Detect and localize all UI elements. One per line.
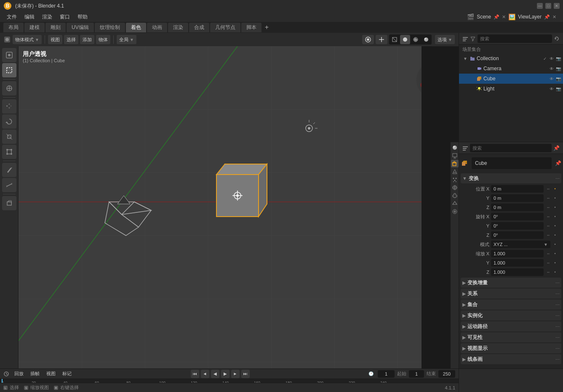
transform-section-header[interactable]: ▼ 变换 ⋯ xyxy=(461,173,561,183)
tab-animation[interactable]: 动画 xyxy=(147,23,167,32)
rot-z-dot[interactable]: • xyxy=(552,232,558,238)
play-btn[interactable]: ▶ xyxy=(221,370,229,378)
jump-end-btn[interactable]: ⏭ xyxy=(241,370,250,378)
jump-start-btn[interactable]: ⏮ xyxy=(191,370,199,378)
scale-y-field[interactable]: 1.000 xyxy=(491,259,544,267)
rot-x-dot[interactable]: • xyxy=(552,214,558,220)
motion-paths-options[interactable]: ⋯ xyxy=(555,324,560,329)
outliner-search-input[interactable] xyxy=(478,34,552,43)
tool-cursor[interactable] xyxy=(2,81,16,95)
timeline-playback-menu[interactable]: 回放 xyxy=(13,369,25,379)
tool-transform[interactable] xyxy=(2,145,16,159)
motion-paths-header[interactable]: ▶ 运动路径 ⋯ xyxy=(461,321,561,331)
delta-section-header[interactable]: ▶ 变换增量 ⋯ xyxy=(461,278,561,288)
timeline-insert-menu[interactable]: 插帧 xyxy=(29,369,41,379)
rot-y-dot[interactable]: • xyxy=(552,223,558,229)
prop-tab-physics[interactable] xyxy=(451,184,459,191)
outliner-item-collection[interactable]: ▼ Collection ✓ 👁 📷 xyxy=(459,53,563,64)
properties-search-input[interactable] xyxy=(470,144,552,152)
delta-options[interactable]: ⋯ xyxy=(555,281,560,285)
prop-tab-render[interactable] xyxy=(451,144,459,151)
timeline-marker-menu[interactable]: 标记 xyxy=(61,369,73,379)
collections-options[interactable]: ⋯ xyxy=(555,302,560,307)
prop-tab-material[interactable] xyxy=(451,208,459,215)
prop-tab-modifier[interactable] xyxy=(451,168,459,175)
mode-selector[interactable]: 物体模式 ▼ xyxy=(13,35,42,44)
collection-restrict-select[interactable]: ✓ xyxy=(542,56,548,61)
tool-add-cube[interactable] xyxy=(2,196,16,210)
pos-x-dot[interactable]: • xyxy=(552,186,558,192)
camera-hide-render[interactable]: 📷 xyxy=(555,66,561,72)
viewport-3d[interactable]: X Y Z ✋ 📷 xyxy=(19,46,422,368)
close-button[interactable]: ✕ xyxy=(554,3,560,9)
relations-section-header[interactable]: ▶ 关系 ⋯ xyxy=(461,289,561,299)
cube-hide-eye[interactable]: 👁 xyxy=(549,76,555,82)
viewlayer-close-icon[interactable]: ✕ xyxy=(552,14,556,20)
scene-close-icon[interactable]: ✕ xyxy=(502,14,506,20)
position-z-field[interactable]: 0 m xyxy=(491,204,544,211)
tool-move[interactable] xyxy=(2,99,16,114)
collection-hide-eye[interactable]: 👁 xyxy=(549,56,555,61)
gizmo-toggle-btn[interactable] xyxy=(376,35,387,44)
tool-measure[interactable] xyxy=(2,178,16,192)
tool-select-box[interactable] xyxy=(2,63,16,77)
prop-object-name-field[interactable]: Cube xyxy=(472,157,552,169)
light-hide-eye[interactable]: 👁 xyxy=(549,86,555,92)
prop-tab-particles[interactable] xyxy=(451,176,459,183)
tool-rotate[interactable] xyxy=(2,114,16,129)
tool-scale[interactable] xyxy=(2,130,16,144)
visibility-options[interactable]: ⋯ xyxy=(555,335,560,340)
mode-dot[interactable]: • xyxy=(552,241,558,247)
pos-z-dot[interactable]: • xyxy=(552,204,558,210)
add-menu[interactable]: 添加 xyxy=(80,35,94,44)
tab-geometry-nodes[interactable]: 几何节点 xyxy=(210,23,240,32)
instancing-section-header[interactable]: ▶ 实例化 ⋯ xyxy=(461,310,561,320)
light-hide-render[interactable]: 📷 xyxy=(555,86,561,92)
minimize-button[interactable]: — xyxy=(537,3,543,9)
tab-scripting[interactable]: 脚本 xyxy=(241,23,261,32)
object-menu[interactable]: 物体 xyxy=(96,35,110,44)
relations-options[interactable]: ⋯ xyxy=(555,291,560,296)
collection-expand-icon[interactable]: ▼ xyxy=(463,56,468,61)
cube-object[interactable] xyxy=(216,164,267,217)
prop-tab-object[interactable] xyxy=(451,160,459,167)
viewlayer-selector[interactable]: ViewLayer xyxy=(518,14,542,20)
rotation-mode-field[interactable]: XYZ ... ▼ xyxy=(491,241,550,248)
scale-z-field[interactable]: 1.000 xyxy=(491,268,544,276)
options-toggle[interactable]: 选项 ▼ xyxy=(435,35,455,44)
material-shading[interactable] xyxy=(411,35,421,44)
tool-annotate[interactable] xyxy=(2,163,16,177)
prop-tab-object-data[interactable] xyxy=(451,200,459,207)
prev-frame-btn[interactable]: ◄ xyxy=(201,370,209,378)
menu-window[interactable]: 窗口 xyxy=(56,13,73,21)
frame-end-input[interactable] xyxy=(438,370,455,378)
workspace-add-button[interactable]: + xyxy=(262,24,271,31)
outliner-item-light[interactable]: Light 👁 📷 xyxy=(459,84,563,94)
global-toggle[interactable]: 全局 ▼ xyxy=(117,35,136,44)
line-art-options[interactable]: ⋯ xyxy=(555,357,560,362)
scale-y-dot[interactable]: • xyxy=(552,260,558,266)
rotation-x-field[interactable]: 0° xyxy=(491,213,544,220)
rotation-y-field[interactable]: 0° xyxy=(491,222,544,230)
solid-shading[interactable] xyxy=(400,35,410,44)
visibility-section-header[interactable]: ▶ 可见性 ⋯ xyxy=(461,332,561,342)
line-art-header[interactable]: ▶ 线条画 ⋯ xyxy=(461,354,561,364)
instancing-options[interactable]: ⋯ xyxy=(555,313,560,318)
play-reverse-btn[interactable]: ◀ xyxy=(211,370,219,378)
menu-file[interactable]: 文件 xyxy=(3,13,20,21)
menu-help[interactable]: 帮助 xyxy=(74,13,91,21)
rotation-z-field[interactable]: 0° xyxy=(491,231,544,239)
viewport-display-header[interactable]: ▶ 视图显示 ⋯ xyxy=(461,343,561,353)
viewport-overlay-btn[interactable] xyxy=(362,35,374,44)
collections-section-header[interactable]: ▶ 集合 ⋯ xyxy=(461,299,561,310)
tab-compositing[interactable]: 合成 xyxy=(189,23,209,32)
menu-edit[interactable]: 编辑 xyxy=(21,13,38,21)
tab-sculpt[interactable]: 雕刻 xyxy=(45,23,66,32)
position-x-field[interactable]: 0 m xyxy=(491,185,544,193)
camera-hide-eye[interactable]: 👁 xyxy=(549,66,555,72)
menu-render[interactable]: 渲染 xyxy=(39,13,56,21)
collection-hide-render[interactable]: 📷 xyxy=(555,56,561,61)
prop-tab-output[interactable] xyxy=(451,152,459,159)
tab-shading[interactable]: 着色 xyxy=(126,23,146,32)
render-shading[interactable] xyxy=(421,35,431,44)
